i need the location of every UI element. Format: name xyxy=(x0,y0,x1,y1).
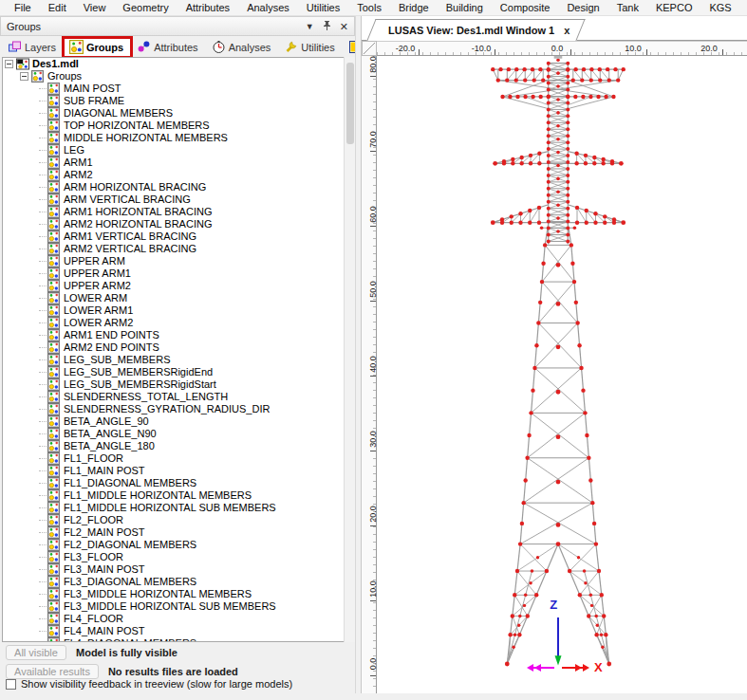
tree-item[interactable]: FL1_MIDDLE HORIZONTAL MEMBERS xyxy=(3,489,352,502)
tree-item-label: FL3_DIAGONAL MEMBERS xyxy=(64,576,196,588)
menu-file[interactable]: File xyxy=(6,0,40,15)
all-visible-button[interactable]: All visible xyxy=(6,645,66,660)
tree-item[interactable]: SLENDERNESS_TOTAL_LENGTH xyxy=(3,391,352,403)
tree-item[interactable]: ARM2 xyxy=(3,169,352,181)
group-icon xyxy=(47,255,60,267)
tab-attributes[interactable]: Attributes xyxy=(131,38,205,57)
chevron-down-icon[interactable]: ▼ xyxy=(306,22,314,31)
tree-item[interactable]: ARM HORIZONTAL BRACING xyxy=(3,181,352,193)
tree-item[interactable]: FL3_MAIN POST xyxy=(3,563,352,576)
tree-item[interactable]: MIDDLE HORIZONTAL MEMBERS xyxy=(3,132,352,144)
menu-geometry[interactable]: Geometry xyxy=(114,0,177,15)
tree-item[interactable]: FL2_FLOOR xyxy=(3,514,352,526)
groups-tree[interactable]: Des1.mdlGroupsMAIN POSTSUB FRAMEDIAGONAL… xyxy=(2,57,353,642)
tree-item[interactable]: LEG_SUB_MEMBERSRigidStart xyxy=(3,378,352,391)
panel-splitter[interactable] xyxy=(355,16,362,693)
model-viewport[interactable]: ZX xyxy=(377,56,747,693)
tab-layers[interactable]: Layers xyxy=(2,38,64,57)
tree-item[interactable]: BETA_ANGLE_N90 xyxy=(3,428,352,440)
tree-item[interactable]: UPPER ARM1 xyxy=(3,267,352,280)
menu-design[interactable]: Design xyxy=(558,0,607,15)
tree-connector xyxy=(39,347,47,348)
scrollbar-thumb[interactable] xyxy=(346,63,354,144)
tree-item[interactable]: BETA_ANGLE_90 xyxy=(3,415,352,428)
tree-item[interactable]: ARM1 VERTICAL BRACING xyxy=(3,230,352,243)
menu-kgs[interactable]: KGS xyxy=(700,0,739,15)
close-icon[interactable]: ✕ xyxy=(340,22,348,31)
view-tab-close-icon[interactable]: x xyxy=(564,25,570,36)
tree-connector xyxy=(39,322,47,323)
tree-root[interactable]: Des1.mdl xyxy=(3,58,352,70)
tree-item[interactable]: ARM1 END POINTS xyxy=(3,329,352,341)
tree-item[interactable]: TOP HORIZONTAL MEMBERS xyxy=(3,120,352,132)
tree-item[interactable]: UPPER ARM2 xyxy=(3,280,352,292)
tab-utilities[interactable]: Utilities xyxy=(278,38,342,57)
tree-connector xyxy=(39,396,47,397)
tree-item[interactable]: FL2_DIAGONAL MEMBERS xyxy=(3,539,352,551)
tree-item[interactable]: SLENDERNESS_GYRATION_RADIUS_DIR xyxy=(3,403,352,415)
tree-item[interactable]: BETA_ANGLE_180 xyxy=(3,440,352,452)
tree-connector xyxy=(39,236,47,237)
collapse-toggle[interactable] xyxy=(5,60,13,68)
tree-item[interactable]: ARM1 HORIZONTAL BRACING xyxy=(3,206,352,218)
menu-utilities[interactable]: Utilities xyxy=(298,0,348,15)
tree-connector xyxy=(39,88,47,89)
tree-item[interactable]: LEG_SUB_MEMBERSRigidEnd xyxy=(3,366,352,378)
menu-building[interactable]: Building xyxy=(438,0,492,15)
tree-item[interactable]: ARM VERTICAL BRACING xyxy=(3,193,352,206)
tree-item[interactable]: LEG_SUB_MEMBERS xyxy=(3,354,352,366)
view-tab[interactable]: LUSAS View: Des1.mdl Window 1 x xyxy=(371,19,581,41)
tree-item[interactable]: ARM2 END POINTS xyxy=(3,341,352,354)
tree-item[interactable]: ARM2 VERTICAL BRACING xyxy=(3,243,352,255)
tree-item-label: ARM2 END POINTS xyxy=(64,341,159,354)
group-icon xyxy=(47,391,60,403)
menu-bridge[interactable]: Bridge xyxy=(390,0,438,15)
menu-analyses[interactable]: Analyses xyxy=(238,0,298,15)
tree-item[interactable]: ARM1 xyxy=(3,157,352,169)
menu-kepco[interactable]: KEPCO xyxy=(647,0,701,15)
tree-item[interactable]: FL4_MAIN POST xyxy=(3,625,352,637)
tree-item[interactable]: LEG xyxy=(3,144,352,157)
tab-label: Attributes xyxy=(154,42,197,53)
tree-item[interactable]: FL2_MAIN POST xyxy=(3,526,352,539)
menu-tank[interactable]: Tank xyxy=(608,0,647,15)
menu-tools[interactable]: Tools xyxy=(348,0,390,15)
menu-view[interactable]: View xyxy=(75,0,115,15)
tree-item[interactable]: FL1_MIDDLE HORIZONTAL SUB MEMBERS xyxy=(3,502,352,514)
tree-item[interactable]: LOWER ARM xyxy=(3,292,352,304)
menu-window[interactable]: Window xyxy=(740,0,747,15)
group-icon xyxy=(47,132,60,144)
menu-composite[interactable]: Composite xyxy=(492,0,559,15)
menu-attributes[interactable]: Attributes xyxy=(177,0,238,15)
available-results-button[interactable]: Available results xyxy=(6,664,99,679)
tree-item[interactable]: FL4_FLOOR xyxy=(3,613,352,625)
visibility-feedback-label: Show visibility feedback in treeview (sl… xyxy=(21,678,292,690)
tree-item[interactable]: LOWER ARM1 xyxy=(3,304,352,317)
tree-item[interactable]: FL1_FLOOR xyxy=(3,452,352,465)
tree-item[interactable]: DIAGONAL MEMBERS xyxy=(3,107,352,120)
tree-item[interactable]: FL4_DIAGONAL MEMBERS xyxy=(3,637,352,642)
tree-item[interactable]: FL1_MAIN POST xyxy=(3,465,352,477)
tree-item[interactable]: SUB FRAME xyxy=(3,95,352,107)
menu-edit[interactable]: Edit xyxy=(40,0,75,15)
tree-item[interactable]: UPPER ARM xyxy=(3,255,352,267)
tree-item[interactable]: MAIN POST xyxy=(3,83,352,95)
tree-node-groups[interactable]: Groups xyxy=(3,70,352,83)
tree-item-label: ARM HORIZONTAL BRACING xyxy=(64,181,206,193)
tree-item[interactable]: LOWER ARM2 xyxy=(3,317,352,329)
tree-item[interactable]: FL3_MIDDLE HORIZONTAL SUB MEMBERS xyxy=(3,600,352,613)
tree-item[interactable]: FL3_MIDDLE HORIZONTAL MEMBERS xyxy=(3,588,352,600)
collapse-toggle[interactable] xyxy=(20,72,28,81)
tree-item[interactable]: FL1_DIAGONAL MEMBERS xyxy=(3,477,352,489)
visibility-feedback-checkbox[interactable] xyxy=(6,679,16,690)
tree-item-label: LOWER ARM xyxy=(64,292,127,304)
tab-groups[interactable]: Groups xyxy=(64,38,131,57)
tree-item[interactable]: ARM2 HORIZONTAL BRACING xyxy=(3,218,352,230)
tree-scrollbar[interactable] xyxy=(344,57,355,642)
tree-item[interactable]: FL3_DIAGONAL MEMBERS xyxy=(3,576,352,588)
tree-item[interactable]: FL3_FLOOR xyxy=(3,551,352,563)
group-icon xyxy=(47,292,60,304)
group-icon xyxy=(47,267,60,280)
pin-icon[interactable] xyxy=(323,20,331,32)
tab-analyses[interactable]: Analyses xyxy=(206,38,279,57)
